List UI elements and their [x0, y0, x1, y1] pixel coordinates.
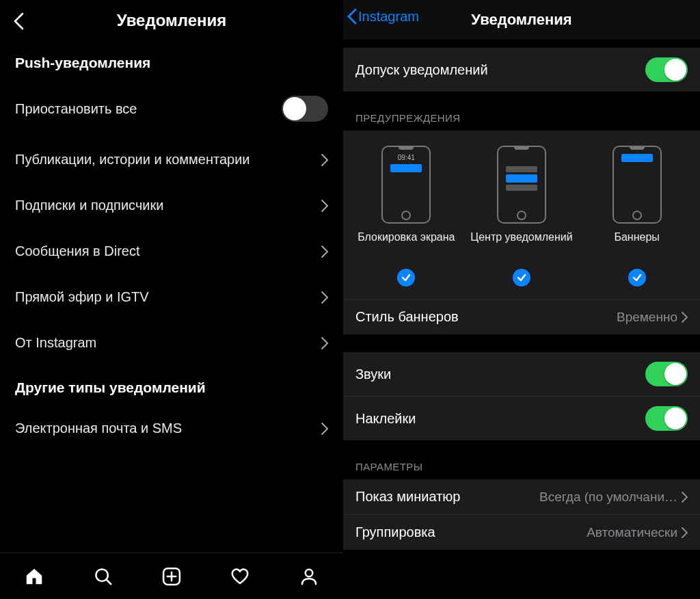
alert-style-banner[interactable]: Баннеры [582, 146, 692, 258]
row-label: Прямой эфир и IGTV [15, 289, 149, 305]
back-label: Instagram [358, 9, 419, 25]
chevron-left-icon [13, 12, 24, 30]
badges-toggle[interactable] [645, 406, 688, 431]
alert-banner-label: Баннеры [582, 230, 692, 258]
sounds-toggle[interactable] [645, 362, 688, 386]
section-other: Другие типы уведомлений [0, 366, 343, 405]
search-icon [93, 566, 113, 587]
nav-row-direct[interactable]: Сообщения в Direct [0, 228, 343, 274]
tab-search[interactable] [90, 563, 117, 590]
checkmark-icon [517, 273, 526, 282]
row-label: Подписки и подписчики [15, 198, 163, 213]
row-label: От Instagram [15, 335, 96, 351]
heart-icon [230, 566, 250, 587]
chevron-right-icon [682, 312, 688, 323]
allow-label: Допуск уведомлений [355, 62, 488, 78]
plus-square-icon [161, 566, 182, 587]
badges-row[interactable]: Наклейки [343, 396, 700, 440]
tab-new-post[interactable] [158, 563, 185, 590]
alert-checks [343, 262, 700, 299]
previews-value: Всегда (по умолчани… [539, 490, 677, 505]
allow-notifications-toggle[interactable] [645, 57, 688, 82]
alert-style-row: 09:41 Блокировка экрана Центр уведомлени… [343, 131, 700, 262]
check-lock[interactable] [397, 269, 415, 287]
row-label: Электронная почта и SMS [15, 421, 182, 436]
instagram-tabbar [0, 553, 343, 599]
check-banner[interactable] [628, 269, 646, 287]
instagram-notifications-screen: Уведомления Push-уведомления Приостанови… [0, 0, 343, 599]
nav-row-posts[interactable]: Публикации, истории и комментарии [0, 137, 343, 183]
back-button[interactable] [7, 10, 30, 33]
phone-lock-preview: 09:41 [381, 146, 431, 224]
chevron-right-icon [321, 291, 328, 304]
nav-row-from-instagram[interactable]: От Instagram [0, 320, 343, 366]
alert-lock-label: Блокировка экрана [351, 230, 461, 258]
pause-all-toggle[interactable] [282, 96, 328, 122]
banner-style-value: Временно [617, 310, 677, 325]
sounds-row[interactable]: Звуки [343, 352, 700, 396]
previews-row[interactable]: Показ миниатюр Всегда (по умолчани… [343, 479, 700, 514]
chevron-right-icon [321, 200, 328, 212]
row-label: Сообщения в Direct [15, 243, 140, 259]
page-title: Уведомления [117, 11, 227, 30]
previews-label: Показ миниатюр [355, 489, 460, 505]
nav-row-email-sms[interactable]: Электронная почта и SMS [0, 405, 343, 451]
ios-header: Instagram Уведомления [343, 0, 700, 40]
tab-profile[interactable] [295, 563, 323, 590]
row-label: Публикации, истории и комментарии [15, 152, 250, 168]
banner-style-label: Стиль баннеров [355, 309, 459, 325]
section-push: Push-уведомления [0, 41, 343, 81]
chevron-right-icon [321, 154, 328, 166]
chevron-left-icon [347, 8, 357, 25]
alert-style-center[interactable]: Центр уведомлений [467, 146, 576, 258]
alert-center-label: Центр уведомлений [467, 230, 576, 258]
chevron-right-icon [321, 245, 328, 258]
pause-all-row[interactable]: Приостановить все [0, 81, 343, 137]
nav-row-follows[interactable]: Подписки и подписчики [0, 183, 343, 228]
chevron-right-icon [321, 337, 328, 349]
grouping-row[interactable]: Группировка Автоматически [343, 514, 700, 550]
home-icon [24, 566, 44, 587]
checkmark-icon [632, 273, 642, 282]
svg-point-2 [306, 569, 313, 576]
tab-activity[interactable] [226, 563, 254, 590]
checkmark-icon [401, 273, 411, 282]
allow-notifications-row[interactable]: Допуск уведомлений [343, 48, 700, 92]
phone-center-preview [497, 146, 546, 224]
tab-home[interactable] [21, 563, 48, 590]
check-center[interactable] [513, 269, 530, 287]
alert-style-lock[interactable]: 09:41 Блокировка экрана [351, 146, 461, 258]
sounds-label: Звуки [355, 367, 391, 382]
pause-all-label: Приостановить все [15, 101, 137, 117]
instagram-header: Уведомления [0, 0, 343, 41]
alerts-header: ПРЕДУПРЕЖДЕНИЯ [343, 92, 700, 131]
person-icon [299, 566, 319, 587]
page-title: Уведомления [471, 11, 571, 29]
banner-style-row[interactable]: Стиль баннеров Временно [343, 299, 700, 334]
phone-banner-preview [612, 146, 662, 224]
params-header: ПАРАМЕТРЫ [343, 440, 700, 479]
nav-row-live-igtv[interactable]: Прямой эфир и IGTV [0, 274, 343, 320]
badges-label: Наклейки [355, 411, 416, 427]
chevron-right-icon [682, 492, 688, 503]
grouping-value: Автоматически [587, 525, 677, 540]
ios-back-button[interactable]: Instagram [347, 8, 419, 25]
chevron-right-icon [321, 423, 328, 435]
chevron-right-icon [682, 527, 688, 538]
ios-notification-settings-screen: Instagram Уведомления Допуск уведомлений… [343, 0, 700, 599]
grouping-label: Группировка [355, 524, 435, 540]
